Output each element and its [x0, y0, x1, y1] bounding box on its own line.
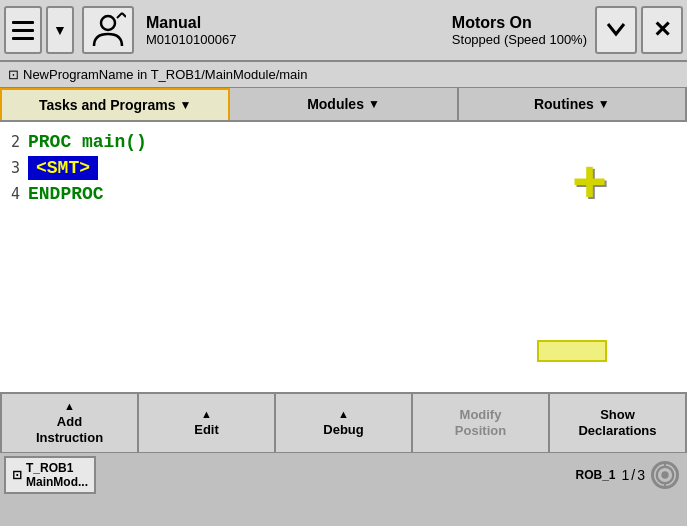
add-instruction-arrow: ▲: [64, 400, 75, 412]
tab-routines-arrow: ▼: [598, 97, 610, 111]
breadcrumb-icon: ⊡: [8, 67, 19, 82]
close-button[interactable]: ✕: [641, 6, 683, 54]
motors-status: Motors On: [452, 14, 532, 32]
line-number-4: 4: [0, 185, 28, 203]
chevron-down-icon: ▼: [53, 22, 67, 38]
tab-modules-label: Modules: [307, 96, 364, 112]
hamburger-button[interactable]: [4, 6, 42, 54]
edit-button[interactable]: ▲ Edit: [139, 394, 276, 452]
user-icon: [90, 12, 126, 48]
edit-label: Edit: [194, 422, 219, 438]
tab-tasks-and-programs[interactable]: Tasks and Programs ▼: [0, 88, 230, 120]
rob-label: ROB_1: [576, 468, 616, 482]
minimize-icon: [602, 16, 630, 44]
close-icon: ✕: [653, 17, 671, 43]
debug-button[interactable]: ▲ Debug: [276, 394, 413, 452]
edit-arrow: ▲: [201, 408, 212, 420]
add-instruction-label: AddInstruction: [36, 414, 103, 445]
task-icon: ⊡: [12, 468, 22, 482]
code-content-proc: PROC main(): [28, 132, 147, 152]
tab-bar: Tasks and Programs ▼ Modules ▼ Routines …: [0, 88, 687, 122]
fraction-display: 1 / 3: [622, 467, 645, 483]
add-instruction-button[interactable]: ▲ AddInstruction: [0, 394, 139, 452]
chevron-down-button[interactable]: ▼: [46, 6, 74, 54]
hamburger-icon: [10, 19, 36, 42]
svg-point-4: [661, 471, 668, 478]
modify-position-button: ModifyPosition: [413, 394, 550, 452]
status-left: ⊡ T_ROB1 MainMod...: [0, 456, 576, 494]
line-number-3: 3: [0, 159, 28, 177]
debug-arrow: ▲: [338, 408, 349, 420]
breadcrumb: ⊡ NewProgramName in T_ROB1/MainModule/ma…: [0, 62, 687, 88]
tab-modules[interactable]: Modules ▼: [230, 88, 458, 120]
task-box: ⊡ T_ROB1 MainMod...: [4, 456, 96, 494]
task-name: T_ROB1: [26, 461, 88, 475]
fraction-denominator: 3: [637, 467, 645, 483]
line-number-2: 2: [0, 133, 28, 151]
svg-line-1: [117, 13, 122, 18]
fraction-numerator: 1: [622, 467, 630, 483]
minimize-button[interactable]: [595, 6, 637, 54]
status-right: ROB_1 1 / 3: [576, 461, 688, 489]
tab-tasks-arrow: ▼: [180, 98, 192, 112]
fraction-slash: /: [631, 467, 635, 483]
modify-position-label: ModifyPosition: [455, 407, 506, 438]
task-module: MainMod...: [26, 475, 88, 489]
code-editor: 2 PROC main() 3 <SMT> 4 ENDPROC +: [0, 122, 687, 392]
show-declarations-label: ShowDeclarations: [578, 407, 656, 438]
breadcrumb-text: NewProgramName in T_ROB1/MainModule/main: [23, 67, 307, 82]
user-button[interactable]: [82, 6, 134, 54]
tab-routines-label: Routines: [534, 96, 594, 112]
motion-icon: [651, 461, 679, 489]
bottom-toolbar: ▲ AddInstruction ▲ Edit ▲ Debug ModifyPo…: [0, 392, 687, 452]
show-declarations-button[interactable]: ShowDeclarations: [550, 394, 687, 452]
machine-info: Manual M01010100067: [134, 14, 452, 47]
svg-line-2: [122, 13, 126, 17]
tab-tasks-label: Tasks and Programs: [39, 97, 176, 113]
svg-point-0: [101, 16, 115, 30]
machine-id-label: M01010100067: [146, 32, 452, 47]
code-content-endproc: ENDPROC: [28, 184, 104, 204]
tab-modules-arrow: ▼: [368, 97, 380, 111]
status-bar: ⊡ T_ROB1 MainMod... ROB_1 1 / 3: [0, 452, 687, 496]
mode-label: Manual: [146, 14, 452, 32]
code-content-smt[interactable]: <SMT>: [28, 156, 98, 180]
add-icon[interactable]: +: [572, 152, 607, 212]
speed-status: Stopped (Speed 100%): [452, 32, 587, 47]
tab-routines[interactable]: Routines ▼: [459, 88, 687, 120]
yellow-rect: [537, 340, 607, 362]
status-info: Motors On Stopped (Speed 100%): [452, 14, 595, 47]
top-bar: ▼ Manual M01010100067 Motors On Stopped …: [0, 0, 687, 62]
debug-label: Debug: [323, 422, 363, 438]
